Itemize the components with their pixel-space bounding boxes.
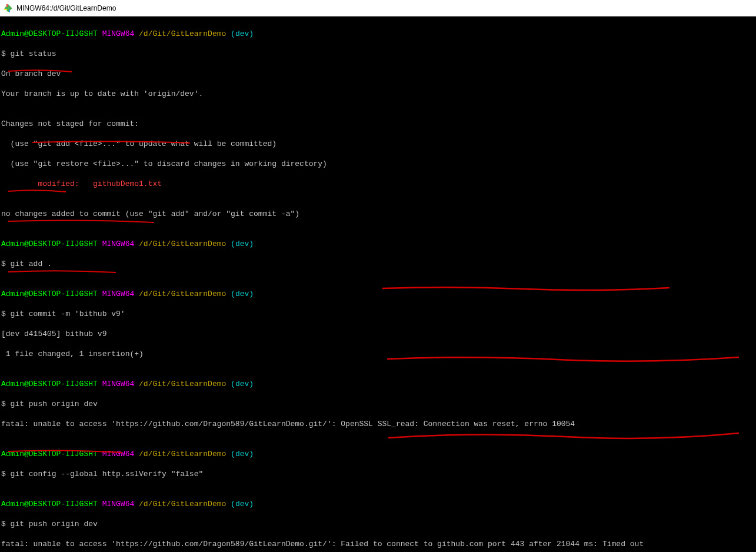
cmd-text: git push origin dev bbox=[11, 400, 98, 408]
prompt-shell: MINGW64 bbox=[102, 450, 135, 458]
prompt-path: /d/Git/GitLearnDemo bbox=[139, 29, 226, 38]
error-line: fatal: unable to access 'https://github.… bbox=[1, 539, 755, 549]
prompt-branch: (dev) bbox=[231, 450, 254, 458]
output-line: On branch dev bbox=[1, 69, 755, 79]
prompt-path: /d/Git/GitLearnDemo bbox=[139, 450, 226, 458]
prompt-branch: (dev) bbox=[231, 290, 254, 298]
prompt-user: Admin@DESKTOP-IIJGSHT bbox=[1, 240, 98, 248]
output-line: 1 file changed, 1 insertion(+) bbox=[1, 349, 755, 359]
cmd-text: git status bbox=[11, 49, 56, 58]
prompt-user: Admin@DESKTOP-IIJGSHT bbox=[1, 450, 98, 458]
output-line: Changes not staged for commit: bbox=[1, 119, 755, 129]
prompt-branch: (dev) bbox=[231, 29, 254, 38]
terminal-output[interactable]: Admin@DESKTOP-IIJGSHT MINGW64 /d/Git/Git… bbox=[0, 16, 756, 552]
app-icon bbox=[4, 4, 13, 13]
output-line: (use "git restore <file>..." to discard … bbox=[1, 159, 755, 169]
prompt-branch: (dev) bbox=[231, 500, 254, 508]
svg-rect-2 bbox=[6, 4, 8, 7]
prompt-user: Admin@DESKTOP-IIJGSHT bbox=[1, 500, 98, 508]
prompt-path: /d/Git/GitLearnDemo bbox=[139, 240, 226, 248]
prompt-sigil: $ bbox=[1, 260, 11, 268]
prompt-user: Admin@DESKTOP-IIJGSHT bbox=[1, 380, 98, 388]
prompt-shell: MINGW64 bbox=[102, 500, 135, 508]
prompt-sigil: $ bbox=[1, 310, 11, 318]
prompt-path: /d/Git/GitLearnDemo bbox=[139, 500, 226, 508]
prompt-shell: MINGW64 bbox=[102, 29, 135, 38]
svg-rect-4 bbox=[4, 9, 7, 10]
cmd-text: git push origin dev bbox=[11, 520, 98, 528]
prompt-user: Admin@DESKTOP-IIJGSHT bbox=[1, 29, 98, 38]
prompt-shell: MINGW64 bbox=[102, 290, 135, 298]
error-line: fatal: unable to access 'https://github.… bbox=[1, 419, 755, 429]
prompt-sigil: $ bbox=[1, 520, 11, 528]
modified-file-line: modified: githubDemo1.txt bbox=[1, 179, 755, 189]
annotation-underline bbox=[388, 411, 741, 451]
output-line: Your branch is up to date with 'origin/d… bbox=[1, 89, 755, 99]
prompt-branch: (dev) bbox=[231, 240, 254, 248]
prompt-sigil: $ bbox=[1, 400, 11, 408]
prompt-path: /d/Git/GitLearnDemo bbox=[139, 290, 226, 298]
annotation-underline bbox=[8, 430, 123, 465]
svg-rect-3 bbox=[9, 9, 10, 12]
window-titlebar[interactable]: MINGW64:/d/Git/GitLearnDemo bbox=[0, 0, 756, 16]
cmd-text: git config --global http.sslVerify "fals… bbox=[11, 470, 204, 478]
prompt-branch: (dev) bbox=[231, 380, 254, 388]
prompt-user: Admin@DESKTOP-IIJGSHT bbox=[1, 290, 98, 298]
prompt-path: /d/Git/GitLearnDemo bbox=[139, 380, 226, 388]
cmd-text: git add . bbox=[11, 260, 52, 268]
window-title: MINGW64:/d/Git/GitLearnDemo bbox=[16, 4, 116, 12]
cmd-text: git commit -m 'bithub v9' bbox=[11, 310, 125, 318]
output-line: [dev d415405] bithub v9 bbox=[1, 329, 755, 339]
prompt-shell: MINGW64 bbox=[102, 240, 135, 248]
prompt-sigil: $ bbox=[1, 470, 11, 478]
prompt-sigil: $ bbox=[1, 49, 11, 58]
output-line: (use "git add <file>..." to update what … bbox=[1, 139, 755, 149]
output-line: no changes added to commit (use "git add… bbox=[1, 209, 755, 219]
prompt-shell: MINGW64 bbox=[102, 380, 135, 388]
svg-marker-0 bbox=[4, 4, 12, 12]
